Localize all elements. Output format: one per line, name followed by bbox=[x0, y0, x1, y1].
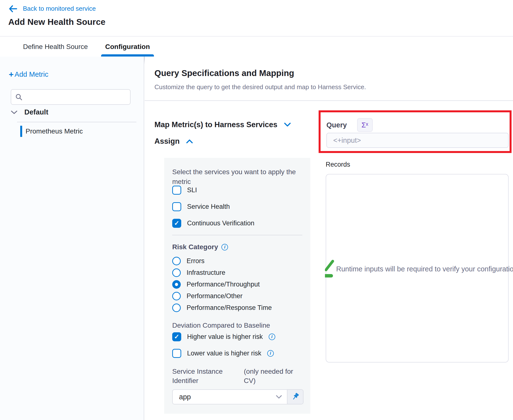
query-input[interactable]: <+input> bbox=[326, 133, 509, 148]
query-highlight-annotation: Query Σˣ <+input> bbox=[319, 110, 512, 153]
checkbox-label: Service Health bbox=[187, 203, 230, 210]
section-divider bbox=[145, 100, 513, 101]
deviation-header: Deviation Compared to Baseline bbox=[172, 322, 270, 329]
metric-search[interactable] bbox=[11, 89, 131, 105]
checkbox-unchecked-icon[interactable] bbox=[172, 202, 181, 211]
checkbox-label: Lower value is higher risk bbox=[187, 350, 261, 357]
radio-label: Performance/Other bbox=[187, 292, 243, 300]
radio-label: Infrastructure bbox=[187, 269, 225, 277]
page-title: Add New Health Source bbox=[8, 17, 105, 27]
info-icon[interactable]: i bbox=[269, 334, 275, 340]
checkbox-row-service-health[interactable]: Service Health bbox=[172, 202, 230, 211]
assign-panel: Select the services you want to apply th… bbox=[164, 158, 310, 414]
records-label: Records bbox=[326, 161, 350, 168]
back-link-label: Back to monitored service bbox=[23, 5, 96, 12]
checkbox-checked-icon[interactable]: ✓ bbox=[172, 332, 181, 341]
selected-indicator-bar bbox=[20, 126, 22, 137]
records-runtime-message: Runtime inputs will be required to verif… bbox=[325, 259, 513, 279]
assign-section-toggle[interactable]: Assign bbox=[154, 137, 193, 146]
add-metric-label: Add Metric bbox=[15, 70, 48, 78]
radio-row-performance-response-time[interactable]: Performance/Response Time bbox=[172, 304, 272, 312]
page-header: Back to monitored service Add New Health… bbox=[0, 0, 513, 37]
sidebar-item-prometheus-metric[interactable]: Prometheus Metric bbox=[20, 125, 83, 137]
runtime-message-text: Runtime inputs will be required to verif… bbox=[336, 265, 513, 273]
map-metrics-label: Map Metric(s) to Harness Services bbox=[154, 120, 277, 129]
search-icon bbox=[15, 93, 22, 101]
chevron-down-icon bbox=[276, 395, 282, 399]
chevron-down-icon bbox=[284, 122, 291, 127]
metric-group-default[interactable]: Default bbox=[11, 108, 48, 116]
cv-note: (only needed for CV) bbox=[244, 367, 302, 385]
back-link[interactable]: Back to monitored service bbox=[9, 5, 96, 12]
section-heading: Query Specifications and Mapping bbox=[154, 68, 294, 78]
query-label: Query bbox=[326, 121, 347, 129]
section-subheading: Customize the query to get the desired o… bbox=[154, 83, 366, 91]
chevron-up-icon bbox=[186, 139, 193, 144]
radio-selected-icon[interactable] bbox=[172, 280, 181, 289]
service-instance-identifier-row: Service Instance Identifier (only needed… bbox=[172, 367, 302, 385]
checkbox-unchecked-icon[interactable] bbox=[172, 186, 181, 195]
metric-group-label: Default bbox=[24, 108, 48, 116]
main-content: Query Specifications and Mapping Customi… bbox=[145, 57, 513, 420]
checkbox-row-sli[interactable]: SLI bbox=[172, 186, 197, 195]
map-metrics-section-toggle[interactable]: Map Metric(s) to Harness Services bbox=[154, 120, 291, 129]
pin-icon bbox=[291, 392, 300, 401]
radio-label: Performance/Throughput bbox=[187, 281, 260, 288]
radio-row-performance-other[interactable]: Performance/Other bbox=[172, 292, 243, 300]
query-header: Query Σˣ bbox=[326, 118, 373, 132]
radio-unselected-icon[interactable] bbox=[172, 268, 181, 277]
info-icon[interactable]: i bbox=[221, 244, 228, 250]
radio-row-performance-throughput[interactable]: Performance/Throughput bbox=[172, 280, 260, 289]
radio-unselected-icon[interactable] bbox=[172, 304, 181, 312]
radio-row-errors[interactable]: Errors bbox=[172, 257, 205, 265]
metric-item-label: Prometheus Metric bbox=[26, 127, 83, 135]
services-prompt: Select the services you want to apply th… bbox=[172, 167, 299, 187]
chart-line-icon bbox=[325, 259, 334, 279]
metrics-sidebar: + Add Metric Default Prometheus Metric bbox=[0, 57, 144, 420]
checkbox-unchecked-icon[interactable] bbox=[172, 349, 181, 358]
radio-label: Errors bbox=[187, 257, 205, 265]
service-instance-identifier-label: Service Instance Identifier bbox=[172, 367, 236, 385]
tab-bar: Define Health Source Configuration bbox=[0, 37, 513, 57]
tab-configuration[interactable]: Configuration bbox=[101, 37, 154, 57]
risk-category-label: Risk Category bbox=[172, 243, 218, 251]
checkbox-checked-icon[interactable]: ✓ bbox=[172, 219, 181, 228]
formula-sigma-button[interactable]: Σˣ bbox=[357, 118, 373, 132]
add-metric-button[interactable]: + Add Metric bbox=[9, 70, 48, 78]
service-instance-dropdown[interactable]: app bbox=[172, 389, 287, 404]
dropdown-value: app bbox=[179, 393, 276, 401]
checkbox-row-continuous-verification[interactable]: ✓ Continuous Verification bbox=[172, 219, 254, 228]
checkbox-row-higher-value[interactable]: ✓ Higher value is higher risk i bbox=[172, 332, 275, 341]
group-divider bbox=[17, 122, 136, 122]
plus-icon: + bbox=[9, 70, 14, 78]
pin-button[interactable] bbox=[287, 389, 304, 404]
radio-label: Performance/Response Time bbox=[187, 304, 272, 312]
risk-category-header: Risk Category i bbox=[172, 243, 228, 251]
radio-row-infrastructure[interactable]: Infrastructure bbox=[172, 268, 225, 277]
panel-divider bbox=[172, 235, 302, 235]
radio-unselected-icon[interactable] bbox=[172, 292, 181, 300]
search-input[interactable] bbox=[26, 93, 123, 101]
checkbox-label: SLI bbox=[187, 186, 197, 194]
info-icon[interactable]: i bbox=[267, 350, 274, 357]
checkbox-label: Higher value is higher risk bbox=[187, 333, 263, 341]
tab-define-health-source[interactable]: Define Health Source bbox=[22, 37, 88, 57]
radio-unselected-icon[interactable] bbox=[172, 257, 181, 265]
chevron-down-icon bbox=[11, 110, 18, 115]
arrow-left-icon bbox=[9, 5, 17, 12]
checkbox-label: Continuous Verification bbox=[187, 220, 254, 227]
checkbox-row-lower-value[interactable]: Lower value is higher risk i bbox=[172, 349, 274, 358]
service-instance-select-row: app bbox=[172, 389, 304, 404]
add-health-source-page: Back to monitored service Add New Health… bbox=[0, 0, 513, 420]
assign-label: Assign bbox=[154, 137, 180, 146]
